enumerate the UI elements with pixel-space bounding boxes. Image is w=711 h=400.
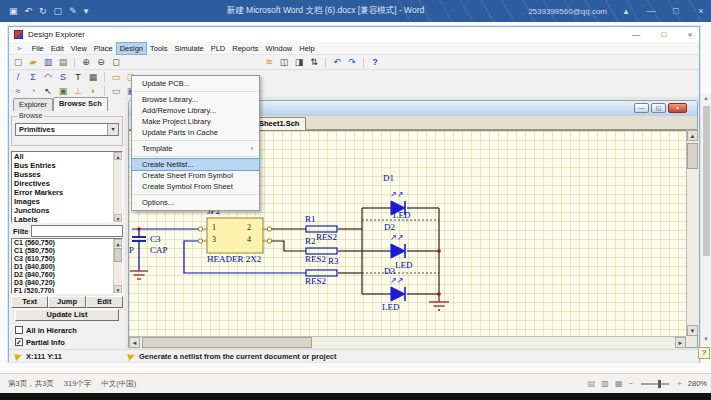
zoom-in-icon[interactable]: + (677, 379, 682, 388)
polygon-tool-icon[interactable]: Σ (27, 71, 39, 84)
help-icon[interactable]: ? (369, 56, 381, 69)
chevron-down-icon[interactable]: ▾ (107, 124, 118, 135)
paste-array-icon[interactable]: ▭ (110, 85, 122, 98)
category-item[interactable]: Bus Entries (12, 161, 122, 170)
menu-item-create-symbol-from-sheet[interactable]: Create Symbol From Sheet (132, 181, 259, 192)
arc-tool-icon[interactable]: ◠ (42, 71, 54, 84)
component-item[interactable]: D3 (840,720) (12, 279, 122, 287)
category-item[interactable]: Error Markers (12, 188, 122, 197)
text-tool-icon[interactable]: T (72, 71, 84, 84)
vertical-scroll-thumb[interactable] (687, 143, 698, 169)
scroll-up-icon[interactable]: ▲ (701, 93, 711, 104)
menu-window[interactable]: Window (263, 43, 296, 54)
filter-input[interactable] (31, 225, 123, 237)
category-item[interactable]: Busses (12, 170, 122, 179)
format-painter-icon[interactable]: ✎ (69, 0, 77, 22)
zoom-slider[interactable] (641, 383, 669, 385)
page-indicator[interactable]: 第3页，共3页 (8, 379, 54, 389)
browse-library-icon[interactable]: ◫ (278, 56, 290, 69)
doc-restore-button[interactable]: ◱ (651, 103, 666, 113)
de-close-button[interactable]: × (681, 27, 699, 42)
tab-browse-sch[interactable]: Browse Sch (53, 97, 108, 111)
checkbox-box[interactable]: ✓ (15, 338, 23, 346)
zoom-out-icon[interactable]: − (628, 379, 633, 388)
category-item[interactable]: Images (12, 197, 122, 206)
checkbox-partial-info[interactable]: ✓Partial Info (15, 337, 77, 347)
zoom-level[interactable]: 280% (688, 379, 707, 388)
menu-item-update-parts-in-cache[interactable]: Update Parts In Cache (132, 127, 259, 138)
close-button[interactable]: × (695, 6, 707, 16)
de-maximize-button[interactable]: □ (655, 27, 673, 42)
menu-pld[interactable]: PLD (208, 43, 229, 54)
scroll-up-icon[interactable]: ▲ (114, 152, 122, 160)
de-minimize-button[interactable]: — (627, 27, 645, 42)
update-parts-icon[interactable]: ◨ (293, 56, 305, 69)
curve-tool-icon[interactable]: ≈ (12, 85, 24, 98)
minimize-button[interactable]: — (645, 6, 657, 16)
menu-help[interactable]: Help (296, 43, 317, 54)
panel-button-jump[interactable]: Jump (48, 296, 85, 308)
scroll-left-icon[interactable]: ◄ (129, 337, 140, 348)
canvas-horizontal-scrollbar[interactable]: ◄ ► (129, 336, 686, 348)
component-item[interactable]: C1 (580,750) (12, 247, 122, 255)
image-tool-icon[interactable]: ▣ (57, 85, 69, 98)
cursor-tool-icon[interactable]: ↖ (42, 85, 54, 98)
word-vertical-scrollbar[interactable]: ▲ ▼ (700, 93, 711, 345)
document-icon[interactable]: ▢ (54, 0, 63, 22)
bezier-tool-icon[interactable]: S (57, 71, 69, 84)
component-item[interactable]: F1 (520,770) (12, 287, 122, 294)
zoom-in-icon[interactable]: ⊕ (80, 56, 92, 69)
panel-button-text[interactable]: Text (11, 296, 48, 308)
power-port-icon[interactable]: ⊥ (72, 85, 84, 98)
menu-design[interactable]: Design (117, 43, 146, 54)
print-icon[interactable]: ▤ (57, 56, 69, 69)
line-tool-icon[interactable]: / (12, 71, 24, 84)
menu-file[interactable]: File (29, 43, 47, 54)
save-icon[interactable]: ▥ (42, 56, 54, 69)
scroll-right-icon[interactable]: ► (675, 337, 686, 348)
component-item[interactable]: D1 (840,800) (12, 263, 122, 271)
menu-item-add-remove-library[interactable]: Add/Remove Library... (132, 105, 259, 116)
word-scroll-thumb[interactable] (703, 106, 710, 256)
help-badge[interactable]: ? (698, 347, 710, 359)
component-item[interactable]: C1 (560,750) (12, 239, 122, 247)
read-mode-icon[interactable]: ▤ (588, 379, 596, 388)
rectangle-tool-icon[interactable]: ▭ (110, 71, 122, 84)
category-item[interactable]: Junctions (12, 206, 122, 215)
language-indicator[interactable]: 中文(中国) (101, 379, 136, 389)
zoom-slider-handle[interactable] (658, 380, 661, 388)
canvas-vertical-scrollbar[interactable]: ▲ ▼ (686, 130, 698, 336)
junction-tool-icon[interactable]: ◗ (87, 85, 99, 98)
scroll-down-icon[interactable]: ▼ (114, 214, 122, 222)
scroll-up-icon[interactable]: ▲ (114, 239, 122, 247)
scroll-up-icon[interactable]: ▲ (687, 130, 698, 141)
ribbon-options-button[interactable]: ▴ (620, 6, 632, 16)
tab-explorer[interactable]: Explorer (13, 98, 53, 111)
listbox-scrollbar[interactable]: ▲▼ (113, 152, 122, 222)
redo-icon[interactable]: ↻ (39, 0, 47, 22)
sort-icon[interactable]: ⇅ (308, 56, 320, 69)
category-item[interactable]: Labels (12, 215, 122, 223)
print-layout-icon[interactable]: ▥ (601, 379, 609, 388)
horizontal-scroll-thumb[interactable] (142, 337, 312, 348)
panel-button-edit[interactable]: Edit (86, 296, 123, 308)
qat-customize-icon[interactable]: ▾ (84, 0, 89, 22)
web-layout-icon[interactable]: ▦ (615, 379, 623, 388)
save-icon[interactable]: ▣ (9, 0, 18, 22)
component-item[interactable]: C3 (610,750) (12, 255, 122, 263)
open-document-icon[interactable]: ▰ (27, 56, 39, 69)
menu-item-make-project-library[interactable]: Make Project Library (132, 116, 259, 127)
zoom-out-icon[interactable]: ⊖ (95, 56, 107, 69)
menu-item-browse-library[interactable]: Browse Library... (132, 94, 259, 105)
menu-edit[interactable]: Edit (48, 43, 67, 54)
category-listbox[interactable]: AllBus EntriesBussesDirectivesError Mark… (11, 151, 123, 223)
maximize-button[interactable]: □ (670, 6, 682, 16)
menu-item-create-sheet-from-symbol[interactable]: Create Sheet From Symbol (132, 170, 259, 181)
menu-item-template[interactable]: Template› (132, 143, 259, 154)
menu-tools[interactable]: Tools (147, 43, 171, 54)
component-item[interactable]: D2 (840,760) (12, 271, 122, 279)
new-document-icon[interactable]: ▢ (12, 56, 24, 69)
menu-item-create-netlist[interactable]: Create Netlist... (132, 159, 259, 170)
pie-tool-icon[interactable]: ◔ (27, 85, 39, 98)
scroll-down-icon[interactable]: ▼ (114, 285, 122, 293)
